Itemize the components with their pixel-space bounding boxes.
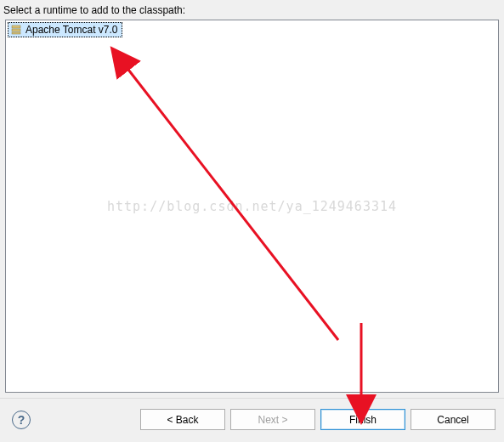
- svg-rect-2: [12, 32, 20, 34]
- button-bar: ? < Back Next > Finish Cancel: [0, 399, 504, 442]
- finish-button[interactable]: Finish: [320, 409, 405, 430]
- next-button: Next >: [230, 409, 315, 430]
- prompt-label: Select a runtime to add to the classpath…: [0, 0, 504, 20]
- cancel-button[interactable]: Cancel: [411, 409, 496, 430]
- help-symbol: ?: [18, 413, 25, 427]
- runtime-item-label: Apache Tomcat v7.0: [25, 24, 118, 36]
- svg-rect-1: [12, 29, 20, 31]
- server-icon: [10, 24, 22, 36]
- svg-rect-0: [12, 26, 20, 28]
- runtime-list[interactable]: Apache Tomcat v7.0 http://blog.csdn.net/…: [5, 20, 499, 393]
- help-icon[interactable]: ?: [12, 411, 31, 429]
- back-button[interactable]: < Back: [140, 409, 225, 430]
- runtime-list-item[interactable]: Apache Tomcat v7.0: [8, 22, 122, 37]
- watermark-text: http://blog.csdn.net/ya_1249463314: [107, 199, 397, 214]
- dialog-content: Select a runtime to add to the classpath…: [0, 0, 504, 442]
